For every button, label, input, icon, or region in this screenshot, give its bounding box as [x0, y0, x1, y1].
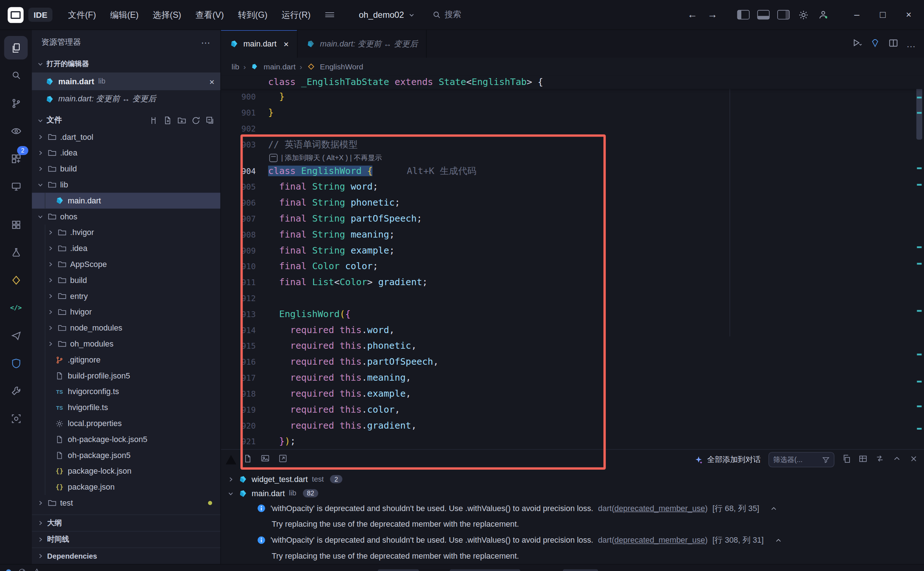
tree-item-package-json[interactable]: {}package.json — [32, 479, 221, 495]
twisty-chevron-icon[interactable] — [46, 341, 53, 347]
source-control-icon[interactable] — [4, 91, 28, 115]
tree-item-local-properties[interactable]: local.properties — [32, 415, 221, 432]
twisty-chevron-icon[interactable] — [37, 213, 43, 220]
tree-item--dart-tool[interactable]: .dart_tool — [32, 129, 221, 145]
tab-main-dart-diff[interactable]: main.dart: 变更前 ↔ 变更后 — [298, 30, 426, 58]
files-section-header[interactable]: 文件 — [32, 111, 221, 129]
send-plane-icon[interactable] — [4, 324, 28, 347]
menu-item-1[interactable]: 编辑(E) — [103, 5, 146, 24]
problem-source-link[interactable]: deprecated_member_use — [614, 536, 705, 545]
tree-item--idea[interactable]: .idea — [32, 241, 221, 256]
code-line-919[interactable]: 919 required this.color, — [221, 402, 915, 418]
close-tab-icon[interactable]: × — [284, 39, 289, 49]
twisty-chevron-icon[interactable] — [46, 293, 53, 299]
more-actions-button[interactable]: … — [906, 39, 916, 49]
preview-eye-icon[interactable] — [4, 119, 28, 143]
refresh-icon[interactable] — [191, 116, 200, 125]
twisty-chevron-icon[interactable] — [46, 245, 53, 252]
table-view-icon[interactable] — [859, 454, 867, 465]
twisty-chevron-icon[interactable] — [37, 166, 43, 172]
breadcrumb-lib[interactable]: lib — [232, 62, 239, 71]
extensions-icon[interactable]: 2 — [4, 147, 28, 170]
code-line-903[interactable]: 903// 英语单词数据模型 — [221, 137, 915, 153]
code-line-912[interactable]: 912 — [221, 290, 915, 307]
tree-item-node-modules[interactable]: node_modules — [32, 320, 221, 336]
editor-scrollbar[interactable] — [915, 76, 924, 449]
menu-item-5[interactable]: 运行(R) — [275, 5, 318, 24]
menu-item-3[interactable]: 查看(V) — [188, 5, 231, 24]
problem-detail-row[interactable]: Try replacing the use of the deprecated … — [221, 548, 924, 564]
sidebar-section-0[interactable]: 大纲 — [32, 514, 221, 531]
twisty-chevron-icon[interactable] — [37, 536, 43, 543]
code-line-905[interactable]: 905 final String word; — [221, 179, 915, 195]
close-editor-icon[interactable]: × — [209, 76, 214, 86]
tree-item--hvigor[interactable]: .hvigor — [32, 224, 221, 241]
run-file-button[interactable] — [851, 37, 862, 51]
menu-item-0[interactable]: 文件(F) — [61, 5, 103, 24]
problems-filter-input[interactable]: 筛选器(... — [768, 452, 835, 467]
image-preview-icon[interactable] — [261, 454, 270, 465]
forward-button[interactable]: → — [703, 6, 721, 24]
tree-item-entry[interactable]: entry — [32, 288, 221, 304]
tree-item-oh-package-json5[interactable]: oh-package.json5 — [32, 447, 221, 463]
tree-item--idea[interactable]: .idea — [32, 145, 221, 161]
tree-item-build[interactable]: build — [32, 272, 221, 289]
split-editor-button[interactable] — [888, 37, 899, 51]
sidebar-section-1[interactable]: 时间线 — [32, 531, 221, 547]
devtools-icon[interactable] — [870, 37, 881, 51]
tree-item-lib[interactable]: lib — [32, 177, 221, 193]
apps-grid-icon[interactable] — [4, 213, 28, 236]
open-editor-main-dart[interactable]: main.dart lib × — [32, 73, 221, 90]
tree-item-main-dart[interactable]: main.dart — [32, 193, 221, 209]
open-editor-diff[interactable]: main.dart: 变更前 ↔ 变更后 — [32, 90, 221, 108]
menu-item-2[interactable]: 选择(S) — [146, 5, 188, 24]
collapse-all-icon[interactable] — [205, 116, 214, 125]
errors-icon[interactable] — [18, 568, 26, 571]
code-line-921[interactable]: 921 }); — [221, 434, 915, 449]
code-line-911[interactable]: 911 final List<Color> gradient; — [221, 275, 915, 290]
code-line-909[interactable]: 909 final String example; — [221, 243, 915, 259]
twisty-chevron-icon[interactable] — [46, 261, 53, 268]
tree-item-hvigorfile-ts[interactable]: TShvigorfile.ts — [32, 400, 221, 415]
twisty-chevron-icon[interactable] — [46, 229, 53, 236]
back-button[interactable]: ← — [683, 6, 701, 24]
collapse-problem-icon[interactable] — [770, 504, 778, 512]
twisty-chevron-icon[interactable] — [46, 325, 53, 331]
new-folder-icon[interactable] — [177, 116, 186, 125]
overflow-menu-button[interactable] — [321, 6, 339, 24]
explorer-icon[interactable] — [4, 36, 28, 60]
open-external-icon[interactable] — [278, 454, 288, 465]
scrollbar-thumb[interactable] — [916, 83, 922, 140]
code-line-920[interactable]: 920 required this.gradient, — [221, 418, 915, 434]
code-line-913[interactable]: 913 EnglishWord({ — [221, 307, 915, 323]
tree-item-ohos[interactable]: ohos — [32, 208, 221, 224]
sidebar-section-2[interactable]: Dependencies — [32, 547, 221, 564]
code-line-902[interactable]: 902 — [221, 121, 915, 137]
new-file-icon[interactable] — [163, 116, 172, 125]
code-line-914[interactable]: 914 required this.word, — [221, 322, 915, 338]
api-code-icon[interactable]: </> — [4, 296, 28, 319]
code-line-906[interactable]: 906 final String phonetic; — [221, 195, 915, 211]
code-editor[interactable]: class _EnglishTabState extends State<Eng… — [221, 76, 924, 449]
close-panel-icon[interactable] — [909, 454, 918, 465]
tree-item--gitignore[interactable]: .gitignore — [32, 352, 221, 368]
open-editors-header[interactable]: 打开的编辑器 — [32, 55, 221, 73]
code-line-918[interactable]: 918 required this.example, — [221, 386, 915, 402]
twisty-chevron-icon[interactable] — [37, 182, 43, 188]
problem-source-link[interactable]: deprecated_member_use — [614, 504, 705, 512]
code-line-915[interactable]: 915 required this.phonetic, — [221, 338, 915, 354]
sticky-scroll-line[interactable]: class _EnglishTabState extends State<Eng… — [221, 76, 924, 89]
minimize-button[interactable]: – — [845, 5, 869, 25]
tree-item-appscope[interactable]: AppScope — [32, 256, 221, 272]
project-selector[interactable]: oh_demo02 — [359, 10, 414, 20]
remote-indicator-icon[interactable] — [6, 569, 11, 571]
menu-item-4[interactable]: 转到(G) — [231, 5, 275, 24]
sidebar-more-icon[interactable]: ⋯ — [201, 37, 211, 48]
code-line-904[interactable]: 904class EnglishWord {Alt+K 生成代码 — [221, 163, 915, 179]
close-window-button[interactable]: × — [897, 5, 920, 25]
twisty-chevron-icon[interactable] — [37, 553, 43, 559]
tree-item-oh-package-lock-json5[interactable]: oh-package-lock.json5 — [32, 432, 221, 448]
code-line-917[interactable]: 917 required this.meaning, — [221, 370, 915, 386]
tree-item-build-profile-json5[interactable]: build-profile.json5 — [32, 367, 221, 384]
tree-item-build[interactable]: build — [32, 161, 221, 177]
